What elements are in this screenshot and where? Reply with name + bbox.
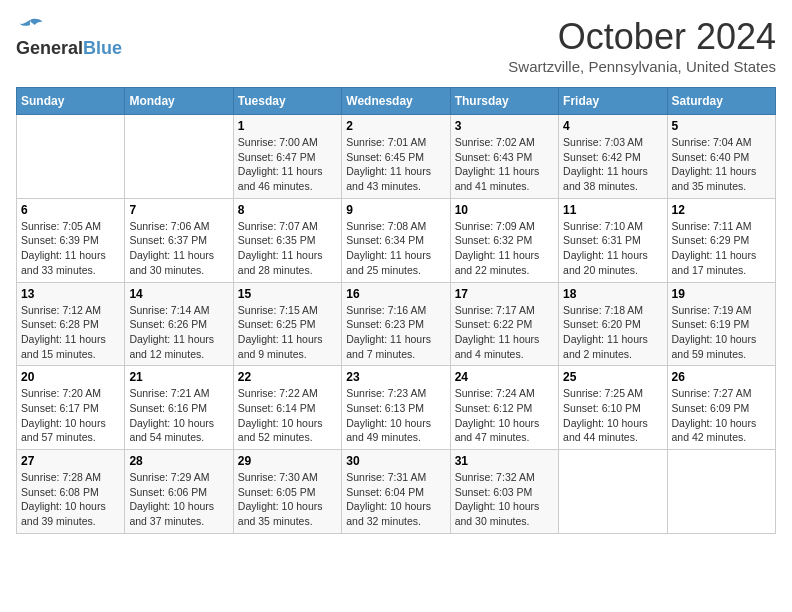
calendar-cell: 24Sunrise: 7:24 AMSunset: 6:12 PMDayligh…	[450, 366, 558, 450]
day-number: 23	[346, 370, 445, 384]
calendar-cell: 15Sunrise: 7:15 AMSunset: 6:25 PMDayligh…	[233, 282, 341, 366]
calendar-cell: 19Sunrise: 7:19 AMSunset: 6:19 PMDayligh…	[667, 282, 775, 366]
day-number: 10	[455, 203, 554, 217]
day-info: Sunrise: 7:19 AMSunset: 6:19 PMDaylight:…	[672, 303, 771, 362]
day-number: 5	[672, 119, 771, 133]
day-number: 26	[672, 370, 771, 384]
calendar-cell: 26Sunrise: 7:27 AMSunset: 6:09 PMDayligh…	[667, 366, 775, 450]
calendar-cell: 22Sunrise: 7:22 AMSunset: 6:14 PMDayligh…	[233, 366, 341, 450]
day-info: Sunrise: 7:00 AMSunset: 6:47 PMDaylight:…	[238, 135, 337, 194]
calendar-cell: 7Sunrise: 7:06 AMSunset: 6:37 PMDaylight…	[125, 198, 233, 282]
calendar-cell: 21Sunrise: 7:21 AMSunset: 6:16 PMDayligh…	[125, 366, 233, 450]
calendar-table: SundayMondayTuesdayWednesdayThursdayFrid…	[16, 87, 776, 534]
week-row-3: 20Sunrise: 7:20 AMSunset: 6:17 PMDayligh…	[17, 366, 776, 450]
day-info: Sunrise: 7:05 AMSunset: 6:39 PMDaylight:…	[21, 219, 120, 278]
day-info: Sunrise: 7:14 AMSunset: 6:26 PMDaylight:…	[129, 303, 228, 362]
calendar-cell: 12Sunrise: 7:11 AMSunset: 6:29 PMDayligh…	[667, 198, 775, 282]
day-info: Sunrise: 7:01 AMSunset: 6:45 PMDaylight:…	[346, 135, 445, 194]
day-info: Sunrise: 7:09 AMSunset: 6:32 PMDaylight:…	[455, 219, 554, 278]
calendar-cell: 9Sunrise: 7:08 AMSunset: 6:34 PMDaylight…	[342, 198, 450, 282]
weekday-header-thursday: Thursday	[450, 88, 558, 115]
calendar-cell: 25Sunrise: 7:25 AMSunset: 6:10 PMDayligh…	[559, 366, 667, 450]
calendar-cell: 23Sunrise: 7:23 AMSunset: 6:13 PMDayligh…	[342, 366, 450, 450]
calendar-cell: 1Sunrise: 7:00 AMSunset: 6:47 PMDaylight…	[233, 115, 341, 199]
day-info: Sunrise: 7:08 AMSunset: 6:34 PMDaylight:…	[346, 219, 445, 278]
day-number: 24	[455, 370, 554, 384]
week-row-0: 1Sunrise: 7:00 AMSunset: 6:47 PMDaylight…	[17, 115, 776, 199]
calendar-cell: 2Sunrise: 7:01 AMSunset: 6:45 PMDaylight…	[342, 115, 450, 199]
day-info: Sunrise: 7:23 AMSunset: 6:13 PMDaylight:…	[346, 386, 445, 445]
day-info: Sunrise: 7:31 AMSunset: 6:04 PMDaylight:…	[346, 470, 445, 529]
day-number: 25	[563, 370, 662, 384]
weekday-header-friday: Friday	[559, 88, 667, 115]
calendar-cell: 27Sunrise: 7:28 AMSunset: 6:08 PMDayligh…	[17, 450, 125, 534]
day-number: 9	[346, 203, 445, 217]
day-number: 2	[346, 119, 445, 133]
day-number: 3	[455, 119, 554, 133]
day-number: 16	[346, 287, 445, 301]
day-number: 12	[672, 203, 771, 217]
day-info: Sunrise: 7:30 AMSunset: 6:05 PMDaylight:…	[238, 470, 337, 529]
day-info: Sunrise: 7:15 AMSunset: 6:25 PMDaylight:…	[238, 303, 337, 362]
calendar-cell: 29Sunrise: 7:30 AMSunset: 6:05 PMDayligh…	[233, 450, 341, 534]
day-info: Sunrise: 7:32 AMSunset: 6:03 PMDaylight:…	[455, 470, 554, 529]
day-number: 27	[21, 454, 120, 468]
calendar-cell: 17Sunrise: 7:17 AMSunset: 6:22 PMDayligh…	[450, 282, 558, 366]
location-title: Swartzville, Pennsylvania, United States	[508, 58, 776, 75]
day-number: 20	[21, 370, 120, 384]
calendar-cell: 28Sunrise: 7:29 AMSunset: 6:06 PMDayligh…	[125, 450, 233, 534]
calendar-body: 1Sunrise: 7:00 AMSunset: 6:47 PMDaylight…	[17, 115, 776, 534]
calendar-cell	[667, 450, 775, 534]
day-number: 17	[455, 287, 554, 301]
day-number: 15	[238, 287, 337, 301]
day-info: Sunrise: 7:12 AMSunset: 6:28 PMDaylight:…	[21, 303, 120, 362]
weekday-header-row: SundayMondayTuesdayWednesdayThursdayFrid…	[17, 88, 776, 115]
calendar-cell	[125, 115, 233, 199]
week-row-2: 13Sunrise: 7:12 AMSunset: 6:28 PMDayligh…	[17, 282, 776, 366]
calendar-cell: 31Sunrise: 7:32 AMSunset: 6:03 PMDayligh…	[450, 450, 558, 534]
day-info: Sunrise: 7:17 AMSunset: 6:22 PMDaylight:…	[455, 303, 554, 362]
day-number: 19	[672, 287, 771, 301]
day-number: 18	[563, 287, 662, 301]
calendar-cell: 13Sunrise: 7:12 AMSunset: 6:28 PMDayligh…	[17, 282, 125, 366]
weekday-header-wednesday: Wednesday	[342, 88, 450, 115]
calendar-cell: 18Sunrise: 7:18 AMSunset: 6:20 PMDayligh…	[559, 282, 667, 366]
calendar-cell: 6Sunrise: 7:05 AMSunset: 6:39 PMDaylight…	[17, 198, 125, 282]
day-number: 21	[129, 370, 228, 384]
day-info: Sunrise: 7:16 AMSunset: 6:23 PMDaylight:…	[346, 303, 445, 362]
day-info: Sunrise: 7:06 AMSunset: 6:37 PMDaylight:…	[129, 219, 228, 278]
weekday-header-tuesday: Tuesday	[233, 88, 341, 115]
calendar-cell: 30Sunrise: 7:31 AMSunset: 6:04 PMDayligh…	[342, 450, 450, 534]
calendar-cell: 5Sunrise: 7:04 AMSunset: 6:40 PMDaylight…	[667, 115, 775, 199]
day-number: 8	[238, 203, 337, 217]
day-number: 29	[238, 454, 337, 468]
week-row-4: 27Sunrise: 7:28 AMSunset: 6:08 PMDayligh…	[17, 450, 776, 534]
weekday-header-saturday: Saturday	[667, 88, 775, 115]
month-title: October 2024	[508, 16, 776, 58]
day-number: 7	[129, 203, 228, 217]
day-info: Sunrise: 7:25 AMSunset: 6:10 PMDaylight:…	[563, 386, 662, 445]
calendar-cell: 3Sunrise: 7:02 AMSunset: 6:43 PMDaylight…	[450, 115, 558, 199]
calendar-cell: 10Sunrise: 7:09 AMSunset: 6:32 PMDayligh…	[450, 198, 558, 282]
calendar-cell: 4Sunrise: 7:03 AMSunset: 6:42 PMDaylight…	[559, 115, 667, 199]
day-number: 31	[455, 454, 554, 468]
day-info: Sunrise: 7:10 AMSunset: 6:31 PMDaylight:…	[563, 219, 662, 278]
day-number: 28	[129, 454, 228, 468]
day-number: 30	[346, 454, 445, 468]
day-number: 1	[238, 119, 337, 133]
day-info: Sunrise: 7:02 AMSunset: 6:43 PMDaylight:…	[455, 135, 554, 194]
day-info: Sunrise: 7:11 AMSunset: 6:29 PMDaylight:…	[672, 219, 771, 278]
day-info: Sunrise: 7:29 AMSunset: 6:06 PMDaylight:…	[129, 470, 228, 529]
calendar-cell: 20Sunrise: 7:20 AMSunset: 6:17 PMDayligh…	[17, 366, 125, 450]
calendar-cell	[559, 450, 667, 534]
day-number: 22	[238, 370, 337, 384]
week-row-1: 6Sunrise: 7:05 AMSunset: 6:39 PMDaylight…	[17, 198, 776, 282]
weekday-header-monday: Monday	[125, 88, 233, 115]
day-info: Sunrise: 7:21 AMSunset: 6:16 PMDaylight:…	[129, 386, 228, 445]
day-info: Sunrise: 7:18 AMSunset: 6:20 PMDaylight:…	[563, 303, 662, 362]
calendar-cell: 14Sunrise: 7:14 AMSunset: 6:26 PMDayligh…	[125, 282, 233, 366]
day-info: Sunrise: 7:03 AMSunset: 6:42 PMDaylight:…	[563, 135, 662, 194]
day-info: Sunrise: 7:27 AMSunset: 6:09 PMDaylight:…	[672, 386, 771, 445]
logo-general: General	[16, 38, 83, 59]
day-number: 6	[21, 203, 120, 217]
